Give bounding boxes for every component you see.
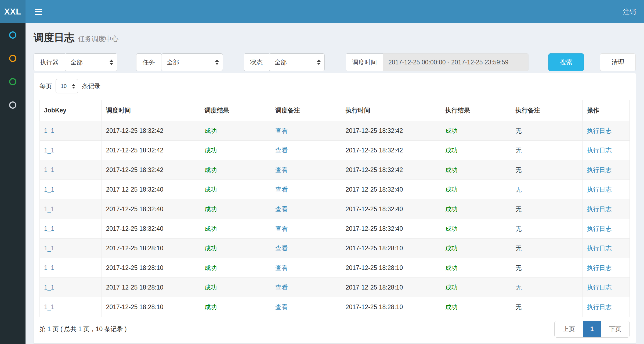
column-header-3: 调度备注 <box>271 100 341 121</box>
sidebar <box>0 23 26 344</box>
execute-log-link[interactable]: 执行日志 <box>587 186 612 193</box>
trigger-result-cell: 成功 <box>200 121 271 141</box>
execute-log-link-cell: 执行日志 <box>583 121 630 141</box>
trigger-msg-link[interactable]: 查看 <box>275 303 288 310</box>
handle-msg: 无 <box>515 225 522 232</box>
job-key-link[interactable]: 1_1 <box>44 186 54 193</box>
job-key-link[interactable]: 1_1 <box>44 206 54 213</box>
status-filter-select[interactable]: 全部 <box>269 53 325 71</box>
trigger-msg-link-cell: 查看 <box>271 219 341 239</box>
app-logo[interactable]: XXL <box>0 0 26 23</box>
sidebar-menu-item-1[interactable] <box>0 23 26 47</box>
job-key-link-cell: 1_1 <box>40 258 102 278</box>
clear-logs-button[interactable]: 清理 <box>600 53 636 71</box>
circle-outline-icon <box>9 31 16 39</box>
current-page-button[interactable]: 1 <box>583 321 601 337</box>
trigger-time: 2017-12-25 18:28:10 <box>106 284 164 291</box>
handle-msg: 无 <box>515 245 522 252</box>
table-row: 1_12017-12-25 18:28:10成功查看2017-12-25 18:… <box>40 297 630 317</box>
trigger-msg-link[interactable]: 查看 <box>275 264 288 271</box>
trigger-msg-link[interactable]: 查看 <box>275 225 288 232</box>
job-key-link[interactable]: 1_1 <box>44 284 54 291</box>
trigger-time-cell: 2017-12-25 18:32:42 <box>102 141 200 160</box>
handle-result-cell: 成功 <box>441 141 511 160</box>
executor-filter-label: 执行器 <box>34 53 65 71</box>
trigger-result: 成功 <box>205 166 217 173</box>
handle-time-cell: 2017-12-25 18:32:42 <box>341 141 441 160</box>
next-page-button[interactable]: 下页 <box>601 321 629 337</box>
logout-button[interactable]: 注销 <box>623 8 636 16</box>
handle-result: 成功 <box>445 147 458 154</box>
job-key-link[interactable]: 1_1 <box>44 147 54 154</box>
execute-log-link[interactable]: 执行日志 <box>587 166 612 173</box>
job-key-link[interactable]: 1_1 <box>44 303 54 310</box>
execute-log-link[interactable]: 执行日志 <box>587 147 612 154</box>
job-filter-value: 全部 <box>167 58 179 67</box>
trigger-msg-link[interactable]: 查看 <box>275 166 288 173</box>
trigger-time-cell: 2017-12-25 18:32:42 <box>102 160 200 180</box>
prev-page-button[interactable]: 上页 <box>555 321 583 337</box>
trigger-msg-link[interactable]: 查看 <box>275 245 288 252</box>
job-filter-select[interactable]: 全部 <box>161 53 223 71</box>
handle-msg-cell: 无 <box>511 160 583 180</box>
trigger-time: 2017-12-25 18:28:10 <box>106 245 164 252</box>
job-key-link-cell: 1_1 <box>40 160 102 180</box>
sidebar-menu-item-2[interactable] <box>0 47 26 70</box>
search-button[interactable]: 搜索 <box>548 53 584 71</box>
table-row: 1_12017-12-25 18:28:10成功查看2017-12-25 18:… <box>40 239 630 258</box>
execute-log-link[interactable]: 执行日志 <box>587 127 612 134</box>
trigger-time-cell: 2017-12-25 18:28:10 <box>102 258 200 278</box>
trigger-msg-link-cell: 查看 <box>271 239 341 258</box>
handle-msg-cell: 无 <box>511 278 583 297</box>
handle-result: 成功 <box>445 166 458 173</box>
column-header-0: JobKey <box>40 100 102 121</box>
handle-time-cell: 2017-12-25 18:28:10 <box>341 297 441 317</box>
sidebar-menu-item-4[interactable] <box>0 93 26 117</box>
execute-log-link[interactable]: 执行日志 <box>587 284 612 291</box>
trigger-time: 2017-12-25 18:32:42 <box>106 147 164 154</box>
header-row: JobKey调度时间调度结果调度备注执行时间执行结果执行备注操作 <box>40 100 630 121</box>
trigger-time-cell: 2017-12-25 18:28:10 <box>102 278 200 297</box>
filter-toolbar: 执行器 全部 任务 全部 状态 全部 调度时间 搜索 清理 <box>34 53 636 71</box>
job-key-link[interactable]: 1_1 <box>44 166 54 173</box>
page-size-value: 10 <box>61 83 67 89</box>
trigger-msg-link[interactable]: 查看 <box>275 206 288 213</box>
trigger-msg-link[interactable]: 查看 <box>275 284 288 291</box>
sidebar-menu-item-3[interactable] <box>0 70 26 93</box>
trigger-result: 成功 <box>205 284 217 291</box>
execute-log-link[interactable]: 执行日志 <box>587 206 612 213</box>
handle-time-cell: 2017-12-25 18:32:40 <box>341 199 441 219</box>
table-footer: 第 1 页 ( 总共 1 页，10 条记录 ) 上页 1 下页 <box>39 321 630 338</box>
execute-log-link[interactable]: 执行日志 <box>587 303 612 310</box>
trigger-time: 2017-12-25 18:32:40 <box>106 186 164 193</box>
job-filter-group: 任务 全部 <box>136 53 223 71</box>
trigger-msg-link[interactable]: 查看 <box>275 127 288 134</box>
column-header-5: 执行结果 <box>441 100 511 121</box>
trigger-result-cell: 成功 <box>200 141 271 160</box>
execute-log-link[interactable]: 执行日志 <box>587 264 612 271</box>
job-key-link[interactable]: 1_1 <box>44 225 54 232</box>
execute-log-link[interactable]: 执行日志 <box>587 245 612 252</box>
trigger-result: 成功 <box>205 206 217 213</box>
handle-result-cell: 成功 <box>441 219 511 239</box>
executor-filter-select[interactable]: 全部 <box>65 53 117 71</box>
sidebar-toggle-button[interactable] <box>33 7 44 16</box>
trigger-msg-link-cell: 查看 <box>271 180 341 199</box>
job-key-link[interactable]: 1_1 <box>44 245 54 252</box>
trigger-time: 2017-12-25 18:32:40 <box>106 225 164 232</box>
trigger-msg-link-cell: 查看 <box>271 258 341 278</box>
job-key-link-cell: 1_1 <box>40 219 102 239</box>
trigger-msg-link[interactable]: 查看 <box>275 186 288 193</box>
execute-log-link[interactable]: 执行日志 <box>587 225 612 232</box>
handle-time: 2017-12-25 18:28:10 <box>346 245 403 252</box>
trigger-time-range-input[interactable] <box>383 53 529 71</box>
handle-time-cell: 2017-12-25 18:28:10 <box>341 258 441 278</box>
job-key-link[interactable]: 1_1 <box>44 264 54 271</box>
trigger-msg-link[interactable]: 查看 <box>275 147 288 154</box>
trigger-time-filter-group: 调度时间 <box>346 53 529 71</box>
column-header-7: 操作 <box>583 100 630 121</box>
job-key-link[interactable]: 1_1 <box>44 127 54 134</box>
handle-result-cell: 成功 <box>441 258 511 278</box>
table-row: 1_12017-12-25 18:32:42成功查看2017-12-25 18:… <box>40 160 630 180</box>
page-size-select[interactable]: 10 <box>56 79 78 93</box>
